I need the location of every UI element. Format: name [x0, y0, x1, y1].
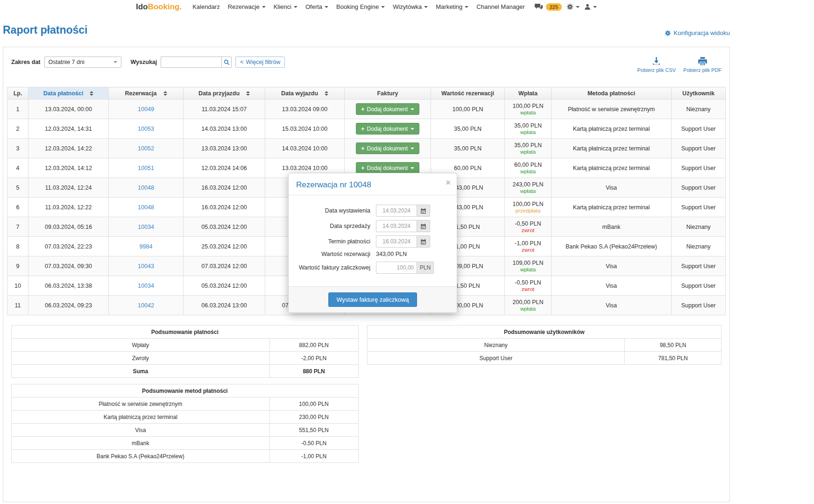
payment-term-input[interactable] [376, 235, 417, 248]
chevron-down-icon [411, 108, 414, 110]
sale-date-input[interactable] [376, 220, 417, 232]
nav-item-rezerwacje[interactable]: Rezerwacje [228, 3, 266, 10]
summary-value: 98,50 PLN [625, 339, 722, 352]
calendar-icon[interactable] [417, 220, 430, 232]
payment-date-cell: 07.03.2024, 22:23 [28, 237, 109, 256]
download-csv-button[interactable]: Pobierz plik CSV [637, 57, 676, 73]
summary-row: Płatność w serwisie zewnętrznym100,00 PL… [12, 398, 359, 411]
invoice-value-input[interactable] [376, 262, 417, 274]
invoices-cell: +Dodaj dokument [345, 119, 431, 139]
plus-icon: + [361, 125, 365, 132]
settings-menu[interactable] [566, 3, 580, 10]
user-cell: Support User [672, 256, 726, 276]
close-icon[interactable]: × [446, 178, 451, 187]
date-range-select[interactable]: Ostatnie 7 dni [44, 57, 121, 68]
issue-date-input[interactable] [376, 205, 417, 217]
column-header-data-przyjazdu[interactable]: Data przyjazdu [184, 87, 265, 99]
arrival-date-cell: 11.03.2024 15:07 [184, 99, 265, 119]
nav-item-kalendarz[interactable]: Kalendarz [192, 3, 220, 10]
column-header-wartość-rezerwacji: Wartość rezerwacji [431, 87, 505, 99]
table-row: 113.03.2024, 00:001004911.03.2024 15:071… [7, 99, 726, 119]
reservation-link[interactable]: 10052 [138, 145, 154, 152]
search-button[interactable] [221, 57, 232, 68]
reservation-link[interactable]: 10042 [138, 302, 154, 309]
sort-icon [163, 91, 167, 96]
calendar-icon[interactable] [417, 235, 430, 248]
print-pdf-button[interactable]: Pobierz plik PDF [683, 57, 722, 73]
user-cell: Nieznany [672, 237, 726, 256]
payment-amount: 35,00 PLN [505, 142, 551, 149]
plus-icon: + [361, 106, 365, 113]
search-icon [224, 59, 230, 65]
user-cell: Support User [672, 178, 726, 198]
chevron-down-icon [262, 6, 266, 8]
reservation-link[interactable]: 10034 [138, 224, 154, 230]
reservation-cell: 10043 [109, 256, 184, 276]
nav-item-klienci[interactable]: Klienci [274, 3, 297, 10]
payment-cell: 100,00 PLNprzedpłata [505, 198, 552, 217]
summary-row: Zwroty-2,00 PLN [12, 352, 359, 365]
add-document-button[interactable]: +Dodaj dokument [356, 142, 419, 154]
add-document-button[interactable]: +Dodaj dokument [356, 103, 419, 115]
summary-title: Podsumowanie płatności [12, 326, 359, 339]
row-number-cell: 7 [7, 217, 28, 237]
issue-date-label: Data wystawienia [294, 207, 370, 214]
reservation-link[interactable]: 9984 [140, 243, 153, 250]
payment-status: wpłata [505, 129, 551, 135]
payment-amount: -1,00 PLN [505, 240, 551, 247]
chevron-down-icon [593, 6, 597, 8]
reservation-link[interactable]: 10048 [138, 185, 154, 191]
summary-value: 100,00 PLN [269, 398, 358, 411]
reservation-link[interactable]: 10051 [138, 165, 154, 171]
add-document-button[interactable]: +Dodaj dokument [356, 162, 419, 174]
summary-value: 781,50 PLN [625, 352, 722, 365]
modal-title: Rezerwacja nr 10048 [296, 180, 371, 189]
currency-addon: PLN [417, 262, 434, 274]
reservation-cell: 10051 [109, 158, 184, 178]
add-document-button[interactable]: +Dodaj dokument [356, 123, 419, 135]
row-number-cell: 8 [7, 237, 28, 256]
column-header-data-płatności[interactable]: Data płatności [28, 87, 109, 99]
row-number-cell: 5 [7, 178, 28, 198]
reservation-cell: 10048 [109, 178, 184, 198]
chevron-down-icon [113, 61, 117, 63]
reservation-value-label: Wartość rezerwacji [294, 251, 370, 257]
column-header-data-wyjazdu[interactable]: Data wyjazdu [265, 87, 345, 99]
reservation-link[interactable]: 10043 [138, 263, 154, 270]
nav-item-wizytówka[interactable]: Wizytówka [393, 3, 428, 10]
column-header-rezerwacja[interactable]: Rezerwacja [109, 87, 184, 99]
payment-status: wpłata [505, 149, 551, 155]
printer-icon [698, 57, 708, 66]
search-input[interactable] [161, 57, 221, 68]
payment-date-cell: 11.03.2024, 12:22 [28, 198, 109, 217]
app-logo[interactable]: IdoBooking. [136, 2, 182, 12]
reservation-value-cell: 35,00 PLN [431, 139, 505, 158]
messages-count-badge[interactable]: 225 [546, 3, 562, 11]
nav-item-oferta[interactable]: Oferta [305, 3, 328, 10]
reservation-link[interactable]: 10048 [138, 204, 154, 211]
nav-item-channel-manager[interactable]: Channel Manager [476, 3, 524, 10]
chevron-down-icon [381, 6, 385, 8]
more-filters-button[interactable]: < Więcej filtrów [235, 57, 285, 68]
nav-menu: KalendarzRezerwacjeKlienciOfertaBooking … [192, 3, 525, 10]
issue-invoice-button[interactable]: Wystaw fakturę zaliczkową [328, 292, 417, 307]
payment-status: wpłata [505, 267, 551, 272]
arrival-date-cell: 16.03.2024 12:00 [184, 178, 265, 198]
payment-amount: -0,50 PLN [505, 279, 551, 286]
messages-icon[interactable] [535, 3, 543, 11]
payment-date-cell: 06.03.2024, 13:38 [28, 276, 109, 296]
reservation-link[interactable]: 10053 [138, 126, 154, 132]
view-configuration-link[interactable]: Konfiguracja widoku [665, 29, 730, 36]
calendar-icon[interactable] [417, 205, 430, 217]
payment-date-cell: 13.03.2024, 00:00 [28, 99, 109, 119]
reservation-link[interactable]: 10034 [138, 283, 154, 289]
departure-date-cell: 14.03.2024 10:00 [265, 139, 345, 158]
chevron-down-icon [411, 167, 414, 169]
user-cell: Support User [672, 198, 726, 217]
reservation-link[interactable]: 10049 [138, 106, 154, 113]
payment-cell: 35,00 PLNwpłata [505, 119, 552, 139]
nav-item-marketing[interactable]: Marketing [436, 3, 468, 10]
summary-value: 882,00 PLN [269, 339, 358, 352]
user-menu[interactable] [584, 3, 597, 10]
nav-item-booking-engine[interactable]: Booking Engine [336, 3, 385, 10]
